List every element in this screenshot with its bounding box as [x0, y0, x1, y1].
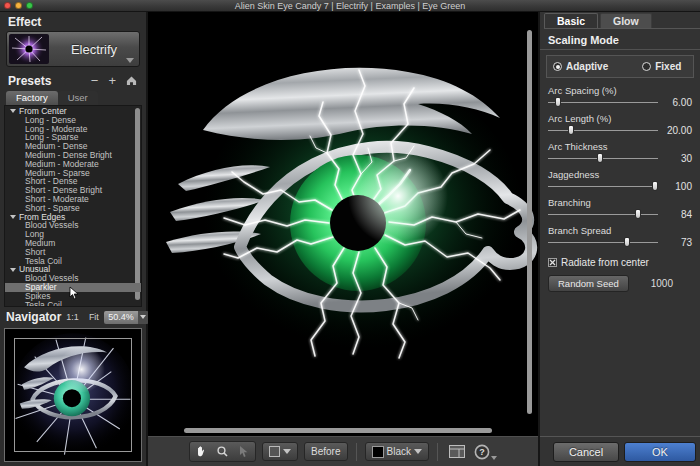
slider-label: Arc Spacing (%): [548, 85, 692, 96]
slider-track[interactable]: [548, 96, 658, 108]
window-title: Alien Skin Eye Candy 7 | Electrify | Exa…: [0, 0, 700, 12]
toolbar-separator: [356, 443, 357, 461]
radiate-from-center-checkbox[interactable]: Radiate from center: [548, 257, 692, 268]
slider-value: 20.00: [658, 125, 692, 136]
before-button[interactable]: Before: [304, 442, 347, 461]
collapse-triangle-icon[interactable]: [10, 109, 16, 113]
slider-track[interactable]: [548, 124, 658, 136]
chevron-down-icon: [140, 315, 146, 319]
slider-jaggedness: Jaggedness100: [548, 169, 692, 192]
cancel-button[interactable]: Cancel: [553, 442, 619, 462]
slider-label: Branching: [548, 197, 692, 208]
effect-dropdown-arrow-icon: [126, 58, 134, 63]
actual-size-button[interactable]: 1:1: [61, 312, 84, 322]
background-color-button[interactable]: Black: [365, 442, 429, 461]
slider-branching: Branching84: [548, 197, 692, 220]
preview-canvas[interactable]: [148, 12, 538, 436]
navigator-header: Navigator 1:1 Fit 50.4%: [0, 307, 146, 325]
navigator-view-frame[interactable]: [14, 338, 132, 452]
help-button[interactable]: ?: [474, 444, 497, 460]
preset-tabs: Factory User: [6, 91, 146, 105]
chevron-down-icon: [414, 449, 422, 454]
arrow-tool-button[interactable]: [233, 443, 254, 460]
random-seed-row: Random Seed 1000: [548, 275, 692, 292]
effect-selector-button[interactable]: Electrify: [6, 31, 140, 67]
tab-basic[interactable]: Basic: [544, 13, 598, 28]
slider-label: Arc Thickness: [548, 141, 692, 152]
slider-arc-thickness: Arc Thickness30: [548, 141, 692, 164]
collapse-triangle-icon[interactable]: [10, 268, 16, 272]
fit-button[interactable]: Fit: [84, 312, 104, 322]
slider-thumb[interactable]: [597, 153, 603, 163]
slider-value: 84: [658, 209, 692, 220]
scaling-mode-label: Scaling Mode: [540, 29, 700, 50]
scaling-mode-options: Adaptive Fixed: [546, 55, 694, 78]
slider-value: 6.00: [658, 97, 692, 108]
navigator-preview[interactable]: [4, 328, 142, 462]
radio-adaptive[interactable]: Adaptive: [553, 61, 608, 72]
left-panel: Effect: [0, 12, 148, 466]
chevron-down-icon: [283, 449, 291, 454]
slider-track[interactable]: [548, 236, 658, 248]
effect-section-label: Effect: [0, 12, 146, 31]
random-seed-button[interactable]: Random Seed: [548, 275, 629, 292]
checkbox-checked-icon[interactable]: [548, 258, 557, 267]
eye-preview-image: [148, 12, 538, 436]
background-color-label: Black: [387, 446, 411, 457]
tab-user[interactable]: User: [58, 91, 98, 105]
preset-tree: From CenterLong - DenseLong - ModerateLo…: [4, 105, 142, 307]
app-window: Alien Skin Eye Candy 7 | Electrify | Exa…: [0, 0, 700, 466]
remove-preset-button[interactable]: −: [86, 75, 104, 87]
slider-value: 100: [658, 181, 692, 192]
radio-fixed[interactable]: Fixed: [642, 61, 681, 72]
slider-value: 73: [658, 237, 692, 248]
slider-value: 30: [658, 153, 692, 164]
home-icon[interactable]: [121, 75, 138, 88]
ok-button[interactable]: OK: [624, 442, 696, 462]
preview-mode-button[interactable]: [262, 442, 298, 461]
slider-thumb[interactable]: [652, 181, 658, 191]
slider-arc-length: Arc Length (%)20.00: [548, 113, 692, 136]
preset-item[interactable]: Short - Sparse: [5, 204, 141, 213]
panel-spacer: [540, 292, 700, 436]
radio-selected-icon: [553, 62, 562, 71]
slider-track[interactable]: [548, 208, 658, 220]
slider-label: Jaggedness: [548, 169, 692, 180]
slider-thumb[interactable]: [624, 237, 630, 247]
slider-thumb[interactable]: [568, 125, 574, 135]
navigator-section-label: Navigator: [6, 310, 61, 324]
slider-label: Arc Length (%): [548, 113, 692, 124]
zoom-level-value[interactable]: 50.4%: [104, 311, 138, 324]
radio-unselected-icon: [642, 62, 651, 71]
collapse-triangle-icon[interactable]: [10, 215, 16, 219]
canvas-toolbar: Before Black ?: [148, 436, 538, 466]
slider-thumb[interactable]: [635, 209, 641, 219]
settings-tabs: Basic Glow: [544, 13, 700, 29]
zoom-level-control[interactable]: 50.4%: [104, 311, 149, 324]
hand-tool-button[interactable]: [191, 443, 212, 460]
chevron-down-icon: [491, 456, 497, 460]
effect-name: Electrify: [49, 42, 139, 57]
title-bar: Alien Skin Eye Candy 7 | Electrify | Exa…: [0, 0, 700, 12]
zoom-tool-button[interactable]: [212, 443, 233, 460]
question-glyph: ?: [479, 447, 485, 457]
tool-group: [189, 441, 256, 462]
toolbar-separator: [437, 443, 438, 461]
center-panel: Before Black ?: [148, 12, 538, 466]
tab-glow[interactable]: Glow: [600, 13, 652, 28]
add-preset-button[interactable]: +: [103, 75, 121, 87]
effect-thumbnail: [9, 34, 49, 64]
slider-track[interactable]: [548, 152, 658, 164]
checkbox-label: Radiate from center: [561, 257, 649, 268]
slider-thumb[interactable]: [555, 97, 561, 107]
canvas-vertical-scrollbar[interactable]: [527, 30, 532, 414]
slider-label: Branch Spread: [548, 225, 692, 236]
preset-item[interactable]: Tesla Coil: [5, 257, 141, 266]
tab-factory[interactable]: Factory: [6, 91, 58, 105]
dialog-footer: Cancel OK: [540, 436, 700, 466]
panel-layout-button[interactable]: [446, 443, 468, 460]
slider-track[interactable]: [548, 180, 658, 192]
presets-header: Presets − +: [0, 72, 146, 89]
canvas-horizontal-scrollbar[interactable]: [184, 428, 492, 433]
presets-section-label: Presets: [8, 74, 51, 88]
